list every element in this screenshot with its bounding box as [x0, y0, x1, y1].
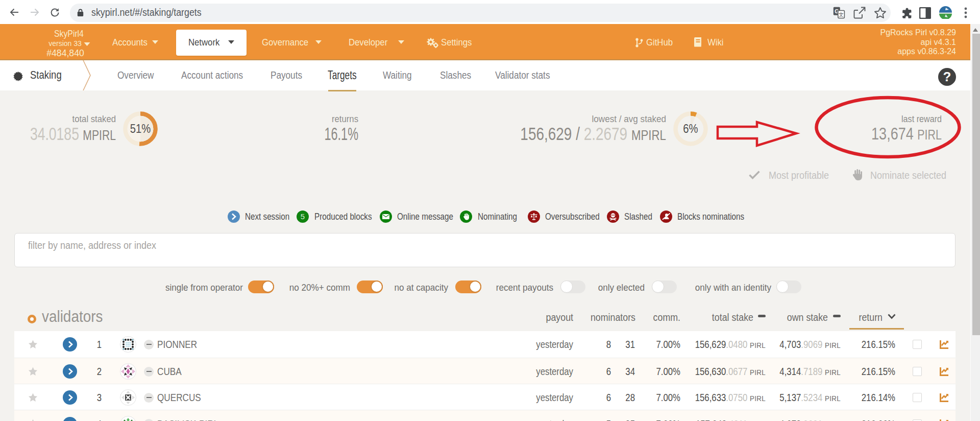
svg-text:文: 文: [839, 12, 844, 17]
svg-text:6%: 6%: [683, 122, 698, 136]
svg-text:51%: 51%: [130, 122, 151, 136]
